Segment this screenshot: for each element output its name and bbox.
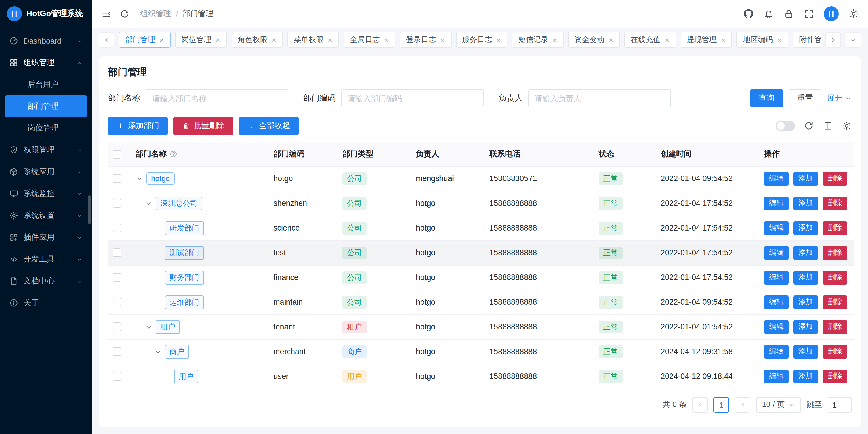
expand-filters-link[interactable]: 展开 xyxy=(827,93,852,104)
filter-input-dept-code[interactable] xyxy=(341,89,484,108)
row-checkbox[interactable] xyxy=(113,224,121,233)
tab-post-manage[interactable]: 岗位管理× xyxy=(175,32,227,48)
tab-global-log[interactable]: 全局日志× xyxy=(343,32,395,48)
row-checkbox[interactable] xyxy=(113,323,121,331)
tab-close-icon[interactable]: × xyxy=(440,35,445,44)
tabs-scroll-right-button[interactable] xyxy=(826,32,841,48)
tab-menu-perm[interactable]: 菜单权限× xyxy=(287,32,339,48)
row-checkbox[interactable] xyxy=(113,347,121,356)
delete-row-button[interactable]: 删除 xyxy=(823,246,847,260)
add-row-button[interactable]: 添加 xyxy=(793,221,818,235)
sidebar-item-about[interactable]: 关于 xyxy=(5,292,87,314)
tab-close-icon[interactable]: × xyxy=(328,35,333,44)
add-dept-button[interactable]: 添加部门 xyxy=(108,117,168,135)
sidebar-item-system-app[interactable]: 系统应用 xyxy=(5,161,87,183)
tab-online-recharge[interactable]: 在线充值× xyxy=(624,32,676,48)
page-size-select[interactable]: 10 / 页 xyxy=(756,397,801,412)
sidebar-item-organization[interactable]: 组织管理 xyxy=(5,52,87,74)
jump-page-input[interactable] xyxy=(828,397,852,412)
reset-button[interactable]: 重置 xyxy=(789,89,822,108)
add-row-button[interactable]: 添加 xyxy=(793,246,818,260)
row-checkbox[interactable] xyxy=(113,249,121,257)
batch-delete-button[interactable]: 批量删除 xyxy=(174,117,233,135)
dept-name-tag[interactable]: 研发部门 xyxy=(165,221,204,235)
dept-name-tag[interactable]: 测试部门 xyxy=(165,246,204,260)
tab-close-icon[interactable]: × xyxy=(159,35,164,44)
sidebar-subitem-post-manage[interactable]: 岗位管理 xyxy=(5,117,87,139)
edit-row-button[interactable]: 编辑 xyxy=(764,345,789,358)
dept-name-tag[interactable]: hotgo xyxy=(147,172,174,184)
edit-row-button[interactable]: 编辑 xyxy=(764,369,789,383)
table-reload-icon[interactable] xyxy=(804,121,814,131)
delete-row-button[interactable]: 删除 xyxy=(823,295,847,309)
edit-row-button[interactable]: 编辑 xyxy=(764,320,789,334)
tab-close-icon[interactable]: × xyxy=(384,35,389,44)
tab-sms-record[interactable]: 短信记录× xyxy=(512,32,564,48)
add-row-button[interactable]: 添加 xyxy=(793,369,818,383)
search-button[interactable]: 查询 xyxy=(750,89,783,108)
sidebar-item-system-setting[interactable]: 系统设置 xyxy=(5,205,87,227)
tab-close-icon[interactable]: × xyxy=(552,35,558,44)
filter-input-dept-name[interactable] xyxy=(146,89,288,108)
table-density-icon[interactable] xyxy=(823,121,833,131)
add-row-button[interactable]: 添加 xyxy=(793,345,818,358)
tab-close-icon[interactable]: × xyxy=(721,35,726,44)
delete-row-button[interactable]: 删除 xyxy=(823,172,847,185)
dept-name-tag[interactable]: 财务部门 xyxy=(165,270,204,284)
expand-chevron-icon[interactable] xyxy=(135,174,144,182)
sidebar-item-doc-center[interactable]: 文档中心 xyxy=(5,270,87,292)
add-row-button[interactable]: 添加 xyxy=(793,270,818,284)
tab-close-icon[interactable]: × xyxy=(608,35,614,44)
pagination-prev-button[interactable] xyxy=(692,397,708,412)
add-row-button[interactable]: 添加 xyxy=(793,172,818,185)
pagination-page-button[interactable]: 1 xyxy=(713,397,729,412)
column-settings-icon[interactable] xyxy=(842,121,852,131)
table-row[interactable]: 用户user用户hotgo15888888888正常2024-04-12 09:… xyxy=(108,364,854,388)
dept-name-tag[interactable]: 商户 xyxy=(165,345,189,358)
add-row-button[interactable]: 添加 xyxy=(793,320,818,334)
edit-row-button[interactable]: 编辑 xyxy=(764,270,789,284)
table-row[interactable]: 财务部门finance公司hotgo15888888888正常2022-01-0… xyxy=(108,265,854,290)
tab-close-icon[interactable]: × xyxy=(215,35,221,44)
tab-close-icon[interactable]: × xyxy=(777,35,782,44)
pagination-next-button[interactable] xyxy=(735,397,750,412)
edit-row-button[interactable]: 编辑 xyxy=(764,221,789,235)
app-logo[interactable]: H HotGo管理系统 xyxy=(0,0,92,28)
delete-row-button[interactable]: 删除 xyxy=(823,196,847,210)
edit-row-button[interactable]: 编辑 xyxy=(764,196,789,210)
sidebar-item-system-monitor[interactable]: 系统监控 xyxy=(5,183,87,205)
edit-row-button[interactable]: 编辑 xyxy=(764,172,789,185)
row-checkbox[interactable] xyxy=(113,199,121,208)
collapse-all-button[interactable]: 全部收起 xyxy=(239,117,299,135)
page-refresh-icon[interactable] xyxy=(120,9,130,19)
edit-row-button[interactable]: 编辑 xyxy=(764,295,789,309)
tabs-scroll-left-button[interactable] xyxy=(99,32,114,48)
table-row[interactable]: 租户tenant租户hotgo15888888888正常2022-01-04 0… xyxy=(108,314,854,339)
sidebar-subitem-backend-user[interactable]: 后台用户 xyxy=(5,74,87,95)
row-checkbox[interactable] xyxy=(113,372,121,381)
striped-toggle[interactable] xyxy=(776,121,795,131)
sidebar-item-permission[interactable]: 权限管理 xyxy=(5,139,87,161)
add-row-button[interactable]: 添加 xyxy=(793,196,818,210)
table-row[interactable]: 研发部门science公司hotgo15888888888正常2022-01-0… xyxy=(108,215,854,240)
tab-attachment-manage[interactable]: 附件管理× xyxy=(793,32,821,48)
table-row[interactable]: 深圳总公司shenzhen公司hotgo15888888888正常2022-01… xyxy=(108,191,854,215)
table-row[interactable]: 商户merchant商户hotgo15888888888正常2024-04-12… xyxy=(108,339,854,364)
help-icon[interactable] xyxy=(169,150,178,158)
tabs-dropdown-button[interactable] xyxy=(846,32,861,48)
github-icon[interactable] xyxy=(743,9,754,19)
tab-role-perm[interactable]: 角色权限× xyxy=(231,32,283,48)
dept-name-tag[interactable]: 运维部门 xyxy=(165,295,204,309)
tab-withdraw-manage[interactable]: 提现管理× xyxy=(680,32,732,48)
screen-lock-icon[interactable] xyxy=(783,9,794,19)
table-row[interactable]: 运维部门maintain公司hotgo15888888888正常2022-01-… xyxy=(108,290,854,314)
row-checkbox[interactable] xyxy=(113,273,121,282)
table-row[interactable]: 测试部门test公司hotgo15888888888正常2022-01-04 1… xyxy=(108,240,854,265)
sidebar-item-dashboard[interactable]: Dashboard xyxy=(5,30,87,52)
expand-chevron-icon[interactable] xyxy=(145,323,153,331)
row-checkbox[interactable] xyxy=(113,174,121,183)
delete-row-button[interactable]: 删除 xyxy=(823,369,847,383)
table-row[interactable]: hotgohotgo公司mengshuai15303830571正常2022-0… xyxy=(108,166,854,191)
edit-row-button[interactable]: 编辑 xyxy=(764,246,789,260)
expand-chevron-icon[interactable] xyxy=(154,347,162,355)
